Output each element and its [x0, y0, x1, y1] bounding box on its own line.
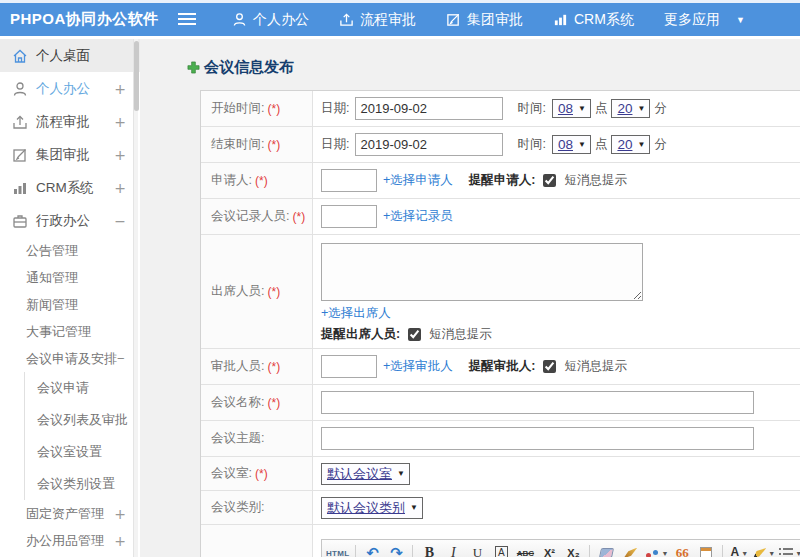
- brush-icon: [623, 548, 637, 557]
- html-source-button[interactable]: HTML: [326, 543, 349, 557]
- paste-text-button[interactable]: [696, 543, 716, 557]
- more-apps-caret-icon[interactable]: ▼: [736, 15, 745, 25]
- edit-icon: [446, 12, 461, 27]
- italic-button[interactable]: I: [443, 543, 463, 557]
- strikethrough-button[interactable]: ABC: [515, 543, 535, 557]
- select-caret-icon: ▼: [410, 503, 418, 512]
- row-meeting-name: 会议名称:(*): [201, 385, 800, 421]
- sidebar-item-personal-desktop[interactable]: 个人桌面: [0, 39, 140, 72]
- end-hour-select[interactable]: 08▼: [552, 135, 591, 154]
- approver-sms-checkbox[interactable]: [543, 360, 556, 373]
- required-mark: (*): [292, 210, 305, 224]
- sidebar-item-meeting-category-settings[interactable]: 会议类别设置: [25, 468, 140, 500]
- attendees-textarea[interactable]: [321, 243, 643, 301]
- expand-icon[interactable]: +: [114, 533, 126, 549]
- field-label: 申请人:: [211, 172, 252, 189]
- choose-recorder-link[interactable]: +选择记录员: [383, 208, 453, 225]
- attendees-sms-checkbox[interactable]: [408, 328, 421, 341]
- meeting-category-select[interactable]: 默认会议类别▼: [321, 497, 423, 519]
- sidebar-item-office-supplies-mgmt[interactable]: 办公用品管理 +: [0, 527, 140, 554]
- sidebar-item-group-approval[interactable]: 集团审批 +: [0, 138, 140, 171]
- eraser-button[interactable]: [596, 543, 616, 557]
- sidebar-item-meeting-room-settings[interactable]: 会议室设置: [25, 436, 140, 468]
- start-date-input[interactable]: [355, 97, 503, 120]
- meeting-topic-input[interactable]: [321, 427, 754, 450]
- subscript-button[interactable]: X₂: [563, 543, 583, 557]
- choose-approver-link[interactable]: +选择审批人: [383, 358, 453, 375]
- expand-icon[interactable]: +: [114, 180, 126, 196]
- top-menu-more-apps[interactable]: 更多应用: [664, 11, 720, 29]
- bold-button[interactable]: B: [419, 543, 439, 557]
- meeting-name-input[interactable]: [321, 391, 754, 414]
- expand-icon[interactable]: +: [114, 147, 126, 163]
- sidebar-scrollbar[interactable]: [133, 39, 138, 557]
- applicant-sms-checkbox[interactable]: [543, 174, 556, 187]
- top-menu-group-approval[interactable]: 集团审批: [446, 11, 523, 29]
- sidebar-item-personal-office[interactable]: 个人办公 +: [0, 72, 140, 105]
- approver-input[interactable]: [321, 355, 377, 378]
- sidebar-item-meeting-request-arrange[interactable]: 会议申请及安排−: [0, 345, 140, 372]
- paste-icon: [700, 547, 712, 557]
- select-caret-icon: ▼: [578, 140, 586, 149]
- end-date-input[interactable]: [355, 133, 503, 156]
- user-icon: [232, 12, 247, 27]
- row-meeting-room: 会议室:(*) 默认会议室▼: [201, 457, 800, 491]
- rich-text-editor: HTML ↶ ↷ B I U A ABC X² X₂: [321, 539, 800, 557]
- sidebar-item-announcement-mgmt[interactable]: 公告管理: [0, 237, 140, 264]
- sidebar-item-fixed-assets-mgmt[interactable]: 固定资产管理 +: [0, 500, 140, 527]
- format-brush-button[interactable]: [620, 543, 640, 557]
- choose-attendees-link[interactable]: +选择出席人: [321, 305, 391, 322]
- blockquote-button[interactable]: 66: [672, 543, 692, 557]
- collapse-icon: −: [117, 351, 125, 366]
- process-icon: [12, 114, 28, 130]
- expand-icon[interactable]: +: [114, 81, 126, 97]
- superscript-button[interactable]: X²: [539, 543, 559, 557]
- start-hour-select[interactable]: 08▼: [552, 99, 591, 118]
- meeting-form: 开始时间:(*) 日期: 时间: 08▼ 点 20▼ 分 结束时间:(*) 日期…: [200, 90, 800, 557]
- sidebar-item-news-mgmt[interactable]: 新闻管理: [0, 291, 140, 318]
- meeting-room-select[interactable]: 默认会议室▼: [321, 463, 410, 485]
- highlight-button[interactable]: ▼: [753, 543, 775, 557]
- sidebar-item-meeting-list-approval[interactable]: 会议列表及审批: [25, 404, 140, 436]
- highlight-pen-icon: [753, 548, 766, 557]
- sidebar-item-notice-mgmt[interactable]: 通知管理: [0, 264, 140, 291]
- sidebar-item-admin-office[interactable]: 行政办公 −: [0, 204, 140, 237]
- top-menu-personal-office[interactable]: 个人办公: [232, 11, 309, 29]
- row-applicant: 申请人:(*) +选择申请人 提醒申请人: 短消息提示: [201, 163, 800, 199]
- sidebar-item-events-mgmt[interactable]: 大事记管理: [0, 318, 140, 345]
- row-recorder: 会议记录人员:(*) +选择记录员: [201, 199, 800, 235]
- top-menu-process-approval[interactable]: 流程审批: [339, 11, 416, 29]
- green-plus-icon: [187, 61, 200, 74]
- expand-icon[interactable]: +: [114, 114, 126, 130]
- top-bar: PHPOA协同办公软件 个人办公 流程审批 集团审批 CRM系统 更多应用 ▼: [0, 0, 800, 36]
- top-menu-crm[interactable]: CRM系统: [553, 11, 634, 29]
- start-minute-select[interactable]: 20▼: [611, 99, 650, 118]
- recorder-input[interactable]: [321, 205, 377, 228]
- collapse-icon[interactable]: −: [114, 213, 126, 229]
- sidebar: 个人桌面 个人办公 + 流程审批 + 集团审批 + CRM系统 + 行政办公 −: [0, 39, 140, 557]
- sidebar-item-meeting-request[interactable]: 会议申请: [25, 372, 140, 404]
- applicant-input[interactable]: [321, 169, 377, 192]
- sidebar-item-crm[interactable]: CRM系统 +: [0, 171, 140, 204]
- sidebar-item-process-approval[interactable]: 流程审批 +: [0, 105, 140, 138]
- required-mark: (*): [267, 285, 280, 299]
- hamburger-menu-icon[interactable]: [178, 13, 196, 26]
- page-header: 会议信息发布: [140, 39, 800, 77]
- dropdown-caret-icon: ▼: [741, 550, 748, 557]
- choose-applicant-link[interactable]: +选择申请人: [383, 172, 453, 189]
- font-style-button[interactable]: A: [495, 546, 508, 557]
- main-content: 会议信息发布 开始时间:(*) 日期: 时间: 08▼ 点 20▼ 分 结束时间…: [140, 39, 800, 557]
- field-label: 开始时间:: [211, 100, 264, 117]
- end-minute-select[interactable]: 20▼: [611, 135, 650, 154]
- redo-icon[interactable]: ↷: [386, 543, 406, 557]
- remove-format-button[interactable]: ▼: [644, 543, 668, 557]
- undo-icon[interactable]: ↶: [362, 543, 382, 557]
- scrollbar-thumb[interactable]: [134, 41, 139, 111]
- font-color-button[interactable]: A▼: [729, 543, 749, 557]
- field-label: 结束时间:: [211, 136, 264, 153]
- ordered-list-button[interactable]: ▼: [779, 543, 800, 557]
- field-label: 会议记录人员:: [211, 208, 289, 225]
- select-caret-icon: ▼: [637, 140, 645, 149]
- expand-icon[interactable]: +: [114, 506, 126, 522]
- underline-button[interactable]: U: [467, 543, 487, 557]
